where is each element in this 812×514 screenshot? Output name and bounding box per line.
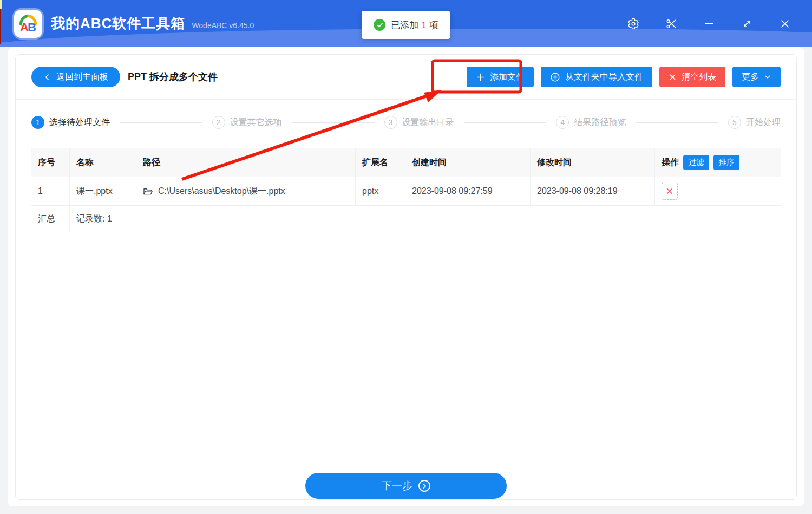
step-3-number: 3	[384, 116, 397, 129]
clear-list-button[interactable]: 清空列表	[659, 67, 725, 87]
actions-header-label: 操作	[662, 157, 679, 168]
file-table: 序号 名称 路径 扩展名 创建时间 修改时间 操作 过滤 排序 1 课一.ppt…	[31, 148, 781, 232]
next-step-label: 下一步	[382, 479, 412, 493]
page-title: PPT 拆分成多个文件	[128, 70, 218, 83]
sort-button[interactable]: 排序	[713, 155, 739, 170]
cell-path-text: C:\Users\asus\Desktop\课一.pptx	[158, 186, 285, 197]
column-header-path: 路径	[136, 148, 355, 177]
step-5-start-processing: 5 开始处理	[728, 116, 781, 129]
toast-message: 已添加1项	[391, 19, 438, 31]
column-header-index: 序号	[31, 148, 69, 177]
column-header-actions: 操作 过滤 排序	[654, 148, 781, 177]
window-controls	[627, 17, 798, 30]
plus-icon	[476, 73, 485, 82]
table-header-row: 序号 名称 路径 扩展名 创建时间 修改时间 操作 过滤 排序	[31, 148, 781, 177]
more-label: 更多	[742, 71, 759, 83]
step-indicator: 1 选择待处理文件 2 设置其它选项 3 设置输出目录 4 结果路径预览	[16, 100, 796, 141]
step-connector	[464, 122, 547, 123]
title-group: 我的ABC软件工具箱 WodeABC v6.45.0	[51, 14, 254, 33]
minimize-icon[interactable]	[703, 17, 716, 30]
import-from-folder-button[interactable]: 从文件夹中导入文件	[541, 67, 652, 87]
cell-actions	[654, 177, 781, 205]
app-logo-icon: A B	[16, 12, 40, 36]
step-connector	[636, 122, 718, 123]
chevron-left-icon	[43, 73, 51, 81]
step-connector	[120, 122, 202, 123]
cell-index: 1	[31, 177, 69, 205]
toast-count: 1	[421, 20, 426, 30]
content-card: 返回到主面板 PPT 拆分成多个文件 添加文件	[15, 54, 797, 500]
step-3-label: 设置输出目录	[402, 117, 454, 128]
maximize-icon[interactable]	[741, 17, 754, 30]
step-1-select-files: 1 选择待处理文件	[31, 116, 110, 129]
step-5-label: 开始处理	[746, 117, 781, 128]
step-1-number: 1	[31, 116, 44, 129]
circle-arrow-right-icon	[418, 480, 430, 492]
cell-name: 课一.pptx	[69, 177, 136, 205]
add-files-label: 添加文件	[490, 71, 525, 83]
app-version: WodeABC v6.45.0	[192, 21, 254, 30]
settings-icon[interactable]	[627, 17, 640, 30]
scissors-icon[interactable]	[665, 17, 678, 30]
add-files-button[interactable]: 添加文件	[467, 67, 534, 87]
column-header-modified: 修改时间	[530, 148, 654, 177]
step-2-number: 2	[212, 116, 225, 129]
summary-record-count: 记录数: 1	[69, 206, 781, 232]
main-panel: 返回到主面板 PPT 拆分成多个文件 添加文件	[8, 47, 804, 506]
delete-row-button[interactable]	[662, 183, 678, 200]
table-row: 1 课一.pptx C:\Users\asus\Desktop\课一.pptx …	[31, 177, 781, 205]
step-1-label: 选择待处理文件	[49, 117, 110, 128]
toolbar: 返回到主面板 PPT 拆分成多个文件 添加文件	[16, 55, 796, 87]
x-icon	[669, 73, 677, 81]
background-edge-yellow	[0, 0, 2, 9]
step-2-other-options: 2 设置其它选项	[212, 116, 282, 129]
more-button[interactable]: 更多	[732, 67, 781, 87]
app-logo: A B	[14, 10, 42, 38]
column-header-name: 名称	[69, 148, 136, 177]
column-header-created: 创建时间	[405, 148, 530, 177]
application-window: A B 我的ABC软件工具箱 WodeABC v6.45.0	[0, 0, 812, 514]
step-5-number: 5	[728, 116, 741, 129]
cell-modified: 2023-09-08 09:28:19	[530, 177, 654, 205]
toast-message-unit: 项	[429, 20, 438, 30]
cell-path: C:\Users\asus\Desktop\课一.pptx	[136, 177, 355, 205]
delete-x-icon	[666, 187, 673, 195]
column-header-extension: 扩展名	[355, 148, 405, 177]
import-from-folder-label: 从文件夹中导入文件	[565, 71, 643, 83]
summary-label: 汇总	[31, 206, 69, 232]
chevron-down-icon	[764, 73, 771, 81]
step-connector	[292, 122, 375, 123]
circle-plus-icon	[550, 72, 560, 82]
open-folder-icon	[143, 187, 153, 196]
logo-letter-b: B	[28, 21, 36, 34]
back-button-label: 返回到主面板	[56, 71, 108, 83]
step-4-label: 结果路径预览	[574, 117, 626, 128]
back-to-dashboard-button[interactable]: 返回到主面板	[31, 67, 120, 87]
cell-created: 2023-09-08 09:27:59	[405, 177, 530, 205]
table-summary-row: 汇总 记录数: 1	[31, 205, 781, 232]
toolbar-actions: 添加文件 从文件夹中导入文件 清空列表	[467, 67, 781, 87]
toast-message-prefix: 已添加	[391, 20, 418, 30]
step-2-label: 设置其它选项	[230, 117, 282, 128]
next-step-button[interactable]: 下一步	[305, 473, 507, 499]
filter-button[interactable]: 过滤	[683, 155, 709, 170]
step-3-output-directory: 3 设置输出目录	[384, 116, 454, 129]
toast-notification: 已添加1项	[362, 11, 450, 39]
cell-extension: pptx	[355, 177, 405, 205]
clear-list-label: 清空列表	[682, 71, 716, 83]
step-4-result-preview: 4 结果路径预览	[556, 116, 626, 129]
success-check-icon	[374, 19, 385, 31]
app-title: 我的ABC软件工具箱	[51, 14, 185, 33]
close-icon[interactable]	[778, 17, 791, 30]
step-4-number: 4	[556, 116, 569, 129]
